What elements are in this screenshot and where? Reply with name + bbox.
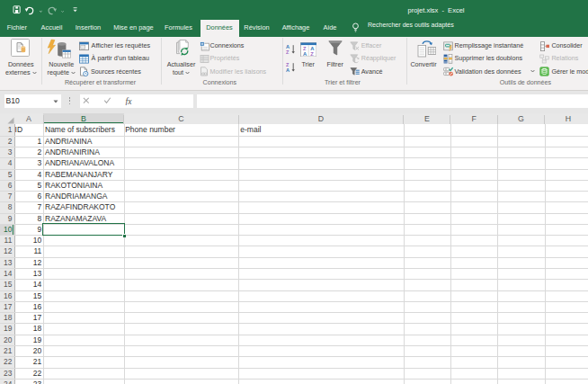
- svg-text:fx: fx: [126, 97, 133, 105]
- svg-text:Z: Z: [310, 50, 314, 56]
- svg-text:Z: Z: [286, 49, 290, 55]
